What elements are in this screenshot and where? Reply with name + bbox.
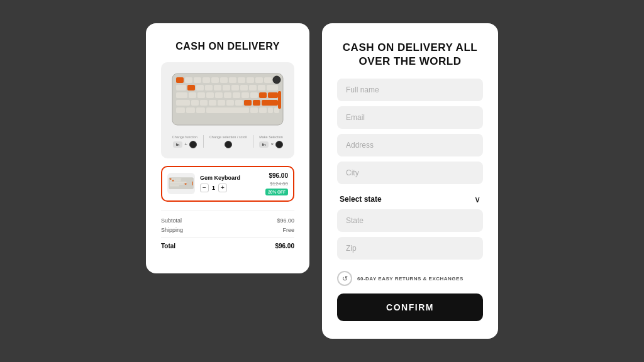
plus-sign: + [184,141,187,147]
svg-rect-29 [224,92,231,98]
knob-3 [275,141,283,148]
svg-rect-17 [214,85,221,90]
product-info: Gem Keyboard − 1 + [200,175,260,192]
svg-rect-61 [170,182,187,184]
shipping-value: Free [282,227,294,233]
svg-rect-48 [206,107,249,113]
returns-icon: ↺ [337,271,352,286]
svg-rect-32 [250,92,258,98]
svg-rect-23 [267,85,278,90]
svg-rect-63 [185,184,187,185]
svg-rect-9 [247,77,254,83]
quantity-control[interactable]: − 1 + [200,184,260,192]
address-input[interactable] [337,134,483,156]
shipping-row: Shipping Free [161,227,294,233]
svg-rect-26 [197,92,205,98]
svg-rect-4 [203,77,210,83]
address-group [337,134,483,156]
svg-rect-31 [242,92,249,98]
control-fn: Change function fn + [172,135,197,148]
returns-text: 60-DAY EASY RETURNS & EXCHANGES [357,276,464,282]
svg-rect-3 [194,77,201,83]
left-card-title: CASH ON DELIVERY [161,41,294,52]
svg-rect-46 [186,107,195,113]
product-thumbnail [167,173,195,194]
select-state-row[interactable]: Select state ∨ [337,189,483,209]
svg-rect-50 [259,107,267,113]
svg-point-12 [273,76,280,84]
svg-rect-35 [176,100,190,106]
svg-rect-13 [176,85,186,90]
svg-rect-37 [200,100,208,106]
svg-rect-30 [233,92,240,98]
svg-rect-47 [196,107,205,113]
subtotal-value: $96.00 [277,217,294,224]
select-state-label: Select state [340,195,382,204]
svg-rect-21 [249,85,257,90]
product-row: Gem Keyboard − 1 + $96.00 $124.00 20% OF… [161,166,294,202]
svg-rect-11 [264,77,272,83]
chevron-down-icon: ∨ [474,194,480,204]
svg-rect-2 [185,77,192,83]
svg-rect-38 [209,100,216,106]
total-row: Total $96.00 [161,237,294,250]
quantity-increase-button[interactable]: + [218,184,227,192]
keyboard-controls: Change function fn + Change selection / … [172,135,283,148]
svg-rect-59 [170,180,181,182]
email-input[interactable] [337,106,483,129]
svg-rect-18 [223,85,230,90]
control-scroll: Change selection / scroll [209,135,247,148]
svg-rect-40 [226,100,234,106]
svg-rect-6 [220,77,228,83]
cross-sign: × [270,141,274,147]
svg-rect-28 [215,92,223,98]
svg-rect-33 [259,92,267,98]
svg-rect-62 [170,184,184,185]
svg-rect-39 [218,100,225,106]
svg-rect-10 [255,77,263,83]
quantity-decrease-button[interactable]: − [200,184,209,192]
zip-input[interactable] [337,237,483,260]
confirm-button[interactable]: CONFIRM [337,293,483,321]
svg-rect-55 [170,178,172,180]
full-name-input[interactable] [337,79,483,101]
fn-key: fn [173,141,183,148]
right-card: CASH ON DELIVERY ALL OVER THE WORLD Sele… [322,23,498,339]
state-input[interactable] [337,209,483,232]
returns-row: ↺ 60-DAY EASY RETURNS & EXCHANGES [337,265,483,293]
svg-rect-36 [191,100,199,106]
total-value: $96.00 [275,243,294,250]
zip-group [337,237,483,260]
svg-rect-43 [253,100,260,106]
svg-rect-64 [170,185,179,187]
svg-rect-27 [206,92,214,98]
svg-rect-53 [278,91,281,109]
svg-rect-16 [205,85,213,90]
subtotal-label: Subtotal [161,217,182,224]
total-label: Total [161,243,175,250]
price-original: $124.00 [270,181,288,187]
discount-badge: 20% OFF [265,189,288,195]
svg-rect-1 [176,77,184,83]
make-label: Make Selection [259,135,283,139]
scroll-label: Change selection / scroll [209,135,247,139]
svg-rect-60 [172,180,174,182]
order-summary: Subtotal $96.00 Shipping Free Total $96.… [161,211,294,250]
right-card-title: CASH ON DELIVERY ALL OVER THE WORLD [337,41,483,69]
price-column: $96.00 $124.00 20% OFF [265,172,288,195]
keyboard-image [171,72,284,129]
svg-rect-8 [238,77,245,83]
knob-1 [189,141,197,148]
state-group [337,209,483,232]
city-input[interactable] [337,162,483,184]
svg-rect-25 [189,92,196,98]
svg-rect-45 [176,107,185,113]
svg-rect-51 [268,107,273,113]
control-make: Make Selection fn × [259,135,283,148]
fn-key-2: fn [259,141,269,148]
shipping-label: Shipping [161,227,183,233]
svg-rect-57 [174,178,175,180]
left-card: CASH ON DELIVERY [146,23,309,273]
svg-rect-19 [231,85,239,90]
svg-rect-34 [268,92,278,98]
